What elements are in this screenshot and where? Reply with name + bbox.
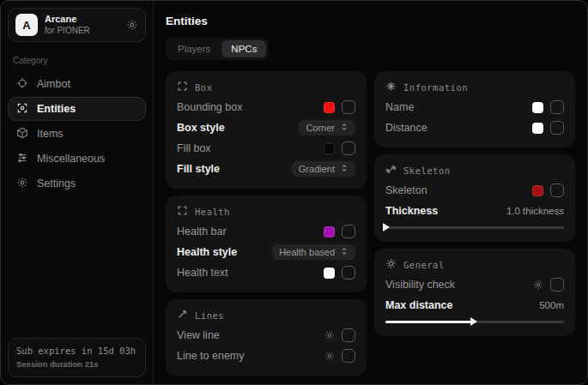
view-line-checkbox[interactable] bbox=[342, 328, 355, 342]
right-column: Information Name Distance bbox=[374, 71, 575, 336]
gear-icon bbox=[16, 177, 28, 191]
sidebar-item-miscellaneous[interactable]: Miscellaneous bbox=[8, 147, 146, 171]
name-checkbox[interactable] bbox=[550, 100, 564, 114]
cards-layout: Box Bounding box Box style Corner bbox=[166, 71, 575, 376]
gear-icon[interactable] bbox=[324, 351, 335, 361]
sub-expiry-text: Sub expires in 15d 03h bbox=[16, 345, 137, 358]
color-swatch[interactable] bbox=[324, 226, 335, 238]
card-general-header: General bbox=[385, 258, 564, 271]
sparkle-icon bbox=[385, 81, 397, 93]
row-label: Visibility check bbox=[385, 279, 455, 291]
card-box-header: Box bbox=[177, 81, 355, 93]
color-swatch[interactable] bbox=[324, 102, 335, 113]
sidebar-item-label: Items bbox=[37, 128, 64, 140]
bounding-box-checkbox[interactable] bbox=[342, 100, 355, 114]
brand-subtitle: for PIONER bbox=[45, 26, 119, 37]
row-label: Distance bbox=[385, 122, 427, 134]
row-fill-box: Fill box bbox=[177, 138, 355, 159]
card-health: Health Health bar Health style Health ba… bbox=[166, 196, 367, 292]
row-health-bar: Health bar bbox=[177, 221, 355, 242]
gear-icon[interactable] bbox=[533, 280, 543, 290]
row-health-text: Health text bbox=[177, 262, 355, 283]
card-health-header: Health bbox=[177, 205, 355, 218]
box-style-select[interactable]: Corner bbox=[299, 120, 355, 135]
row-label: Line to enemy bbox=[177, 350, 245, 362]
row-label: Thickness bbox=[385, 205, 438, 217]
fill-box-checkbox[interactable] bbox=[342, 141, 355, 155]
card-information: Information Name Distance bbox=[374, 71, 575, 147]
row-health-style: Health style Health based bbox=[177, 242, 355, 262]
main-panel: Entities Players NPCs Box Bounding box bbox=[154, 1, 587, 384]
card-title: Information bbox=[403, 82, 468, 93]
distance-checkbox[interactable] bbox=[550, 121, 564, 135]
left-column: Box Bounding box Box style Corner bbox=[166, 71, 367, 376]
row-fill-style: Fill style Gradient bbox=[177, 159, 355, 179]
color-swatch[interactable] bbox=[532, 102, 543, 113]
fill-style-select[interactable]: Gradient bbox=[292, 161, 355, 177]
diagonal-line-icon bbox=[177, 309, 188, 322]
row-thickness: Thickness 1.0 thickness bbox=[385, 201, 564, 221]
row-label: Box style bbox=[177, 122, 225, 134]
slider-thumb[interactable] bbox=[470, 317, 477, 326]
row-skeleton: Skeleton bbox=[385, 180, 564, 201]
color-swatch[interactable] bbox=[324, 143, 335, 154]
session-duration-text: Session duration 21s bbox=[16, 358, 137, 370]
color-swatch[interactable] bbox=[532, 185, 543, 196]
tab-players[interactable]: Players bbox=[168, 40, 220, 57]
brand-logo: A bbox=[15, 14, 38, 36]
sidebar-item-entities[interactable]: Entities bbox=[8, 97, 146, 121]
skeleton-checkbox[interactable] bbox=[550, 183, 564, 197]
row-label: Fill box bbox=[177, 142, 211, 154]
card-information-header: Information bbox=[385, 81, 564, 93]
color-swatch[interactable] bbox=[532, 123, 543, 134]
entities-icon bbox=[16, 102, 28, 117]
sliders-icon bbox=[16, 152, 28, 166]
row-view-line: View line bbox=[177, 325, 355, 346]
visibility-check-checkbox[interactable] bbox=[550, 278, 564, 292]
sidebar-item-label: Entities bbox=[37, 103, 76, 115]
slider-track bbox=[385, 226, 564, 229]
gear-icon[interactable] bbox=[126, 19, 138, 31]
selected-value: Corner bbox=[306, 123, 335, 133]
health-text-checkbox[interactable] bbox=[342, 266, 355, 280]
card-title: General bbox=[403, 260, 445, 270]
card-general: General Visibility check Max distance bbox=[374, 249, 575, 336]
card-lines-header: Lines bbox=[177, 309, 355, 322]
row-label: Fill style bbox=[177, 163, 220, 175]
sidebar-spacer bbox=[8, 196, 146, 338]
max-distance-value: 500m bbox=[539, 300, 564, 310]
card-title: Box bbox=[195, 82, 212, 93]
health-style-select[interactable]: Health based bbox=[272, 244, 355, 260]
sun-icon bbox=[385, 258, 397, 271]
row-label: Health bar bbox=[177, 226, 227, 238]
selected-value: Gradient bbox=[299, 164, 335, 174]
card-box: Box Bounding box Box style Corner bbox=[166, 71, 367, 189]
chevron-up-down-icon bbox=[340, 247, 349, 257]
brand-card: A Arcane for PIONER bbox=[8, 8, 146, 42]
slider-thumb[interactable] bbox=[383, 223, 390, 232]
category-label: Category bbox=[13, 56, 141, 65]
color-swatch[interactable] bbox=[324, 268, 335, 279]
cube-icon bbox=[16, 127, 28, 141]
row-label: Health style bbox=[177, 246, 237, 258]
row-label: Max distance bbox=[385, 299, 453, 311]
row-bounding-box: Bounding box bbox=[177, 97, 355, 117]
line-to-enemy-checkbox[interactable] bbox=[342, 349, 355, 363]
sidebar-item-label: Settings bbox=[37, 177, 76, 189]
card-skeleton: Skeleton Skeleton Thickness 1.0 thicknes… bbox=[374, 154, 575, 242]
subscription-card: Sub expires in 15d 03h Session duration … bbox=[8, 338, 146, 377]
health-bar-checkbox[interactable] bbox=[342, 225, 355, 238]
sidebar-item-items[interactable]: Items bbox=[8, 122, 146, 146]
corner-brackets-icon bbox=[177, 81, 188, 93]
sidebar-nav: Aimbot Entities Items Miscellaneous bbox=[8, 72, 146, 196]
tab-npcs[interactable]: NPCs bbox=[221, 40, 266, 57]
max-distance-slider[interactable] bbox=[385, 317, 564, 326]
brand-name: Arcane bbox=[45, 14, 119, 26]
sidebar-item-settings[interactable]: Settings bbox=[8, 171, 146, 196]
sidebar-item-aimbot[interactable]: Aimbot bbox=[8, 72, 146, 96]
thickness-slider[interactable] bbox=[385, 223, 564, 232]
sidebar-item-label: Miscellaneous bbox=[37, 153, 105, 165]
gear-icon[interactable] bbox=[324, 330, 335, 340]
thickness-value: 1.0 thickness bbox=[506, 206, 564, 216]
chevron-up-down-icon bbox=[340, 123, 349, 133]
